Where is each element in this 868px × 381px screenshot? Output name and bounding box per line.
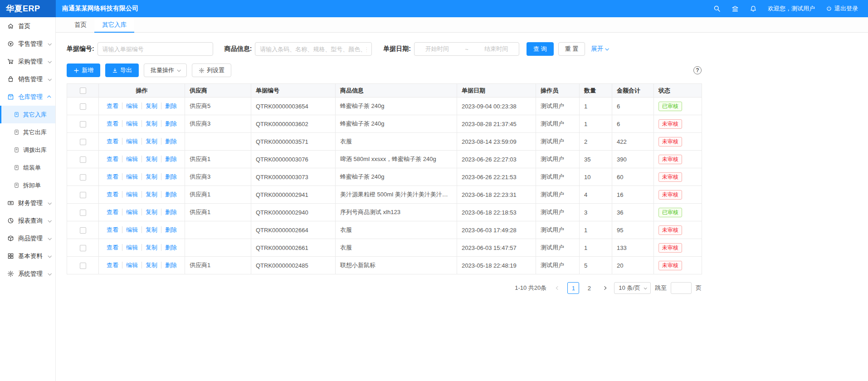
copy-link[interactable]: 复制 (141, 173, 157, 180)
view-link[interactable]: 查看 (107, 103, 118, 109)
view-link[interactable]: 查看 (107, 173, 118, 180)
date-cell: 2023-06-03 15:47:57 (457, 239, 536, 257)
tab-other-inbound[interactable]: 其它入库 (94, 17, 134, 32)
edit-link[interactable]: 编辑 (122, 244, 138, 251)
table-row: 查看编辑复制删除 供应商1 QTRK00000002940 序列号商品测试 xl… (67, 204, 702, 221)
delete-link[interactable]: 删除 (161, 226, 177, 233)
edit-link[interactable]: 编辑 (122, 156, 138, 162)
expand-filters-link[interactable]: 展开 (591, 45, 608, 53)
row-checkbox[interactable] (80, 174, 86, 181)
delete-link[interactable]: 删除 (161, 156, 177, 162)
copy-link[interactable]: 复制 (141, 244, 157, 251)
delete-link[interactable]: 删除 (161, 244, 177, 251)
filter-bar: 单据编号: 商品信息: 单据日期: 开始时间 ~ 结束时间 查 询 重 置 (67, 42, 857, 56)
delete-link[interactable]: 删除 (161, 103, 177, 109)
sidebar-item-transfer-outbound[interactable]: 调拨出库 (0, 141, 55, 159)
row-checkbox[interactable] (80, 210, 86, 216)
copy-link[interactable]: 复制 (141, 191, 157, 198)
operator-cell: 测试用户 (536, 239, 580, 257)
row-checkbox[interactable] (80, 245, 86, 251)
page-size-select[interactable]: 10 条/页 (614, 282, 651, 294)
view-link[interactable]: 查看 (107, 262, 118, 269)
operator-cell: 测试用户 (536, 186, 580, 204)
copy-link[interactable]: 复制 (141, 209, 157, 215)
edit-link[interactable]: 编辑 (122, 120, 138, 127)
column-settings-button[interactable]: 列设置 (192, 64, 231, 77)
pagination: 1-10 共20条 1 2 10 条/页 跳至 页 (67, 282, 702, 294)
copy-link[interactable]: 复制 (141, 226, 157, 233)
reset-button[interactable]: 重 置 (558, 42, 585, 56)
sidebar-item-assembly[interactable]: 组装单 (0, 159, 55, 176)
export-button[interactable]: 导出 (105, 64, 139, 77)
product-info-input[interactable] (255, 42, 372, 56)
row-checkbox[interactable] (80, 121, 86, 127)
search-icon[interactable] (713, 5, 721, 12)
row-checkbox[interactable] (80, 227, 86, 234)
edit-link[interactable]: 编辑 (122, 138, 138, 145)
bell-icon[interactable] (750, 5, 757, 12)
delete-link[interactable]: 删除 (161, 173, 177, 180)
page-2-button[interactable]: 2 (583, 282, 595, 294)
add-button[interactable]: 新增 (67, 64, 100, 77)
prev-page-button[interactable] (552, 282, 563, 294)
sidebar-item-disassembly[interactable]: 拆卸单 (0, 176, 55, 194)
copy-link[interactable]: 复制 (141, 138, 157, 145)
sidebar-item-basicdata[interactable]: 基本资料 (0, 247, 55, 265)
copy-link[interactable]: 复制 (141, 103, 157, 109)
delete-link[interactable]: 删除 (161, 138, 177, 145)
view-link[interactable]: 查看 (107, 120, 118, 127)
edit-link[interactable]: 编辑 (122, 191, 138, 198)
sidebar-item-home[interactable]: 首页 (0, 17, 55, 35)
row-checkbox[interactable] (80, 139, 86, 145)
copy-link[interactable]: 复制 (141, 120, 157, 127)
row-checkbox[interactable] (80, 192, 86, 198)
edit-link[interactable]: 编辑 (122, 173, 138, 180)
view-link[interactable]: 查看 (107, 209, 118, 215)
view-link[interactable]: 查看 (107, 226, 118, 233)
row-checkbox[interactable] (80, 156, 86, 163)
view-link[interactable]: 查看 (107, 138, 118, 145)
delete-link[interactable]: 删除 (161, 191, 177, 198)
delete-link[interactable]: 删除 (161, 262, 177, 269)
sidebar-item-warehouse[interactable]: 仓库管理 (0, 88, 55, 106)
app-logo[interactable]: 华夏ERP (0, 0, 56, 17)
sidebar-item-system[interactable]: 系统管理 (0, 265, 55, 283)
tab-home[interactable]: 首页 (67, 17, 94, 32)
sidebar-item-purchase[interactable]: 采购管理 (0, 53, 55, 70)
view-link[interactable]: 查看 (107, 191, 118, 198)
jump-page-input[interactable] (671, 282, 692, 294)
copy-link[interactable]: 复制 (141, 156, 157, 162)
edit-link[interactable]: 编辑 (122, 262, 138, 269)
edit-link[interactable]: 编辑 (122, 209, 138, 215)
delete-link[interactable]: 删除 (161, 120, 177, 127)
row-checkbox[interactable] (80, 103, 86, 110)
gear-icon (199, 68, 205, 73)
sidebar-item-sales[interactable]: 销售管理 (0, 70, 55, 88)
sidebar-item-goods[interactable]: 商品管理 (0, 230, 55, 247)
doc-no-input[interactable] (98, 42, 213, 56)
view-link[interactable]: 查看 (107, 244, 118, 251)
row-checkbox[interactable] (80, 263, 86, 269)
date-range-picker[interactable]: 开始时间 ~ 结束时间 (414, 42, 519, 56)
copy-link[interactable]: 复制 (141, 262, 157, 269)
view-link[interactable]: 查看 (107, 156, 118, 162)
search-button[interactable]: 查 询 (527, 42, 554, 56)
delete-link[interactable]: 删除 (161, 209, 177, 215)
bank-icon[interactable] (731, 5, 739, 12)
batch-actions-button[interactable]: 批量操作 (144, 64, 187, 77)
page-1-button[interactable]: 1 (567, 282, 579, 294)
sidebar-item-retail[interactable]: 零售管理 (0, 35, 55, 53)
amount-cell: 422 (612, 133, 654, 151)
sidebar-item-finance[interactable]: 财务管理 (0, 194, 55, 212)
edit-link[interactable]: 编辑 (122, 226, 138, 233)
sidebar-item-other-outbound[interactable]: 其它出库 (0, 123, 55, 141)
logout-button[interactable]: 退出登录 (826, 5, 858, 13)
plus-icon (73, 68, 79, 73)
sidebar-item-other-inbound[interactable]: 其它入库 (0, 106, 55, 123)
select-all-checkbox[interactable] (80, 88, 86, 94)
date-cell: 2023-09-04 00:23:38 (457, 98, 536, 115)
sidebar-item-reports[interactable]: 报表查询 (0, 212, 55, 230)
edit-link[interactable]: 编辑 (122, 103, 138, 109)
help-icon[interactable] (693, 66, 702, 74)
next-page-button[interactable] (599, 282, 610, 294)
